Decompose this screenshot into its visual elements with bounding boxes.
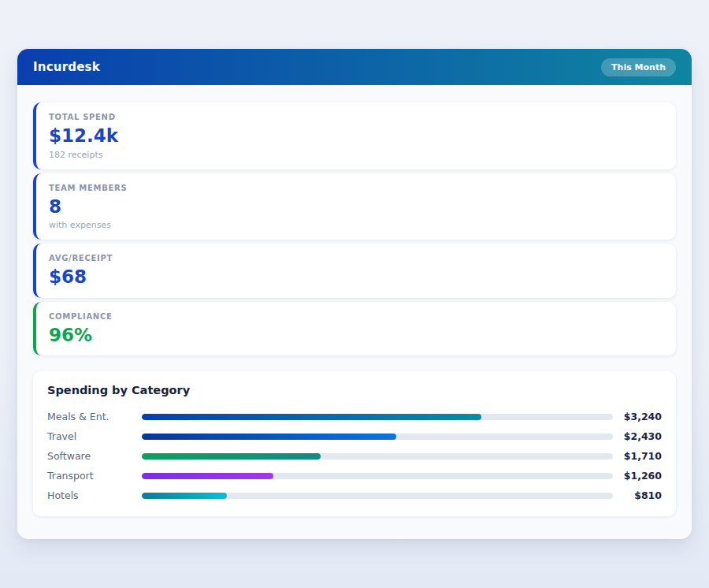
category-bar-track xyxy=(142,414,613,420)
chart-title: Spending by Category xyxy=(47,384,662,396)
stat-card: TOTAL SPEND $12.4k 182 receipts xyxy=(33,102,676,169)
category-label: Transport xyxy=(47,470,142,482)
category-value: $1,260 xyxy=(613,470,662,482)
period-badge[interactable]: This Month xyxy=(601,58,676,76)
chart-row: Software $1,710 xyxy=(47,446,662,466)
stat-value: $12.4k xyxy=(49,125,662,147)
category-bar-fill xyxy=(142,453,321,460)
category-label: Hotels xyxy=(47,489,142,501)
chart-row: Meals & Ent. $3,240 xyxy=(47,407,662,426)
category-label: Travel xyxy=(47,430,142,442)
app-title: Incurdesk xyxy=(33,60,100,74)
stat-card: AVG/RECEIPT $68 xyxy=(33,244,676,298)
dashboard-panel: Incurdesk This Month TOTAL SPEND $12.4k … xyxy=(17,49,692,539)
stat-card: TEAM MEMBERS 8 with expenses xyxy=(33,173,676,240)
category-bar-fill xyxy=(142,434,396,440)
category-label: Software xyxy=(47,450,142,462)
category-bar-fill xyxy=(142,473,273,479)
stat-value: 96% xyxy=(49,325,662,347)
category-value: $3,240 xyxy=(613,411,662,422)
stat-value: 8 xyxy=(49,196,662,218)
category-value: $810 xyxy=(613,489,662,501)
stat-card: COMPLIANCE 96% xyxy=(33,302,676,356)
stat-label: TEAM MEMBERS xyxy=(49,184,662,192)
category-bar-track xyxy=(142,434,613,440)
stat-sub: 182 receipts xyxy=(49,150,662,160)
stat-label: COMPLIANCE xyxy=(49,312,662,321)
app-header: Incurdesk This Month xyxy=(17,49,692,85)
category-bar-fill xyxy=(142,493,227,499)
category-bar-track xyxy=(142,453,613,460)
category-bar-track xyxy=(142,493,613,499)
chart-row: Transport $1,260 xyxy=(47,466,662,486)
category-bar-track xyxy=(142,473,613,479)
stat-label: AVG/RECEIPT xyxy=(49,254,662,262)
category-bar-fill xyxy=(142,414,481,420)
dashboard-content: TOTAL SPEND $12.4k 182 receipts TEAM MEM… xyxy=(17,85,692,532)
stat-sub: with expenses xyxy=(49,220,662,230)
stat-value: $68 xyxy=(49,266,662,288)
spending-chart-card: Spending by Category Meals & Ent. $3,240… xyxy=(33,371,676,516)
category-label: Meals & Ent. xyxy=(47,411,142,422)
chart-row: Travel $2,430 xyxy=(47,426,662,446)
category-value: $2,430 xyxy=(613,430,662,442)
stat-label: TOTAL SPEND xyxy=(49,113,662,121)
category-value: $1,710 xyxy=(613,450,662,462)
chart-row: Hotels $810 xyxy=(47,486,662,505)
